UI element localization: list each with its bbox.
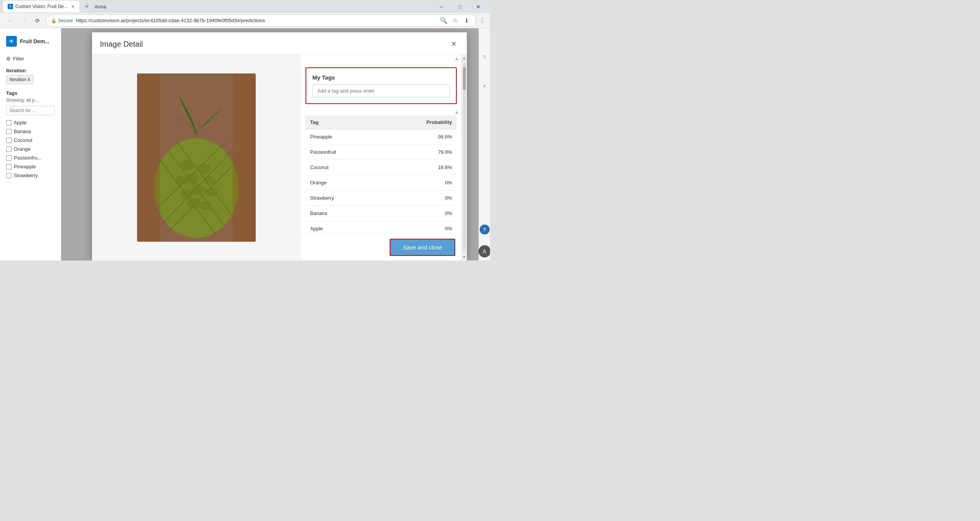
- address-icons: 🔍 ☆ ℹ: [439, 16, 471, 25]
- svg-point-12: [204, 176, 216, 185]
- tab-close-icon[interactable]: ✕: [71, 4, 75, 9]
- scrollbar-thumb[interactable]: [463, 67, 466, 90]
- probability-cell: 0%: [381, 221, 457, 234]
- help-button[interactable]: ?: [480, 225, 490, 234]
- image-detail-modal: Image Detail ✕: [92, 32, 467, 260]
- sidebar: 👁 Fruit Dem... ⚙ Filter Iteration Iterat…: [0, 28, 61, 260]
- tags-section: Tags Showing: all p... Apple Banana Coco…: [0, 87, 61, 183]
- tag-cell: Apple: [305, 221, 381, 234]
- help-bubble: ?: [480, 225, 490, 234]
- probability-cell: 0%: [381, 190, 457, 206]
- table-row: Passionfruit 79.9%: [305, 145, 457, 160]
- svg-point-14: [181, 189, 193, 199]
- predictions-table: Tag Probability Pineapple 99.6%: [305, 116, 457, 234]
- tag-checkbox-pineapple[interactable]: [6, 164, 11, 169]
- tag-cell: Strawberry: [305, 190, 381, 206]
- address-bar-container: ← → ⟳ 🔒 Secure https://customvision.ai/p…: [0, 13, 490, 28]
- reload-button[interactable]: ⟳: [32, 15, 43, 26]
- back-button[interactable]: ←: [5, 15, 15, 26]
- modal-image-area: [92, 54, 301, 260]
- svg-rect-18: [137, 73, 160, 242]
- tag-checkbox-apple[interactable]: [6, 120, 11, 125]
- my-tags-section: My Tags: [305, 67, 457, 104]
- col-header-probability: Probability: [381, 116, 457, 129]
- tag-cell: Pineapple: [305, 129, 381, 145]
- tag-cell: Banana: [305, 206, 381, 221]
- right-panel-question-icon[interactable]: ?: [483, 54, 486, 60]
- tag-checkbox-orange[interactable]: [6, 147, 11, 152]
- maximize-button[interactable]: □: [451, 0, 469, 13]
- modal-header: Image Detail ✕: [92, 33, 467, 54]
- svg-rect-19: [233, 73, 256, 242]
- probability-cell: 99.6%: [381, 129, 457, 145]
- svg-point-17: [199, 201, 211, 210]
- page-content: 👁 Fruit Dem... ⚙ Filter Iteration Iterat…: [0, 28, 490, 260]
- scrollbar-track[interactable]: [463, 63, 466, 252]
- save-close-button[interactable]: Save and close: [390, 239, 455, 256]
- tag-checkbox-strawberry[interactable]: [6, 173, 11, 178]
- tag-label-pineapple: Pineapple: [14, 164, 36, 169]
- address-bar[interactable]: 🔒 Secure https://customvision.ai/project…: [46, 15, 476, 27]
- window-controls: ─ □ ✕: [433, 0, 487, 13]
- logo-text: 👁: [9, 38, 14, 44]
- sidebar-header: 👁 Fruit Dem...: [0, 33, 61, 50]
- tag-label-banana: Banana: [14, 129, 31, 134]
- tag-item-passionfruit[interactable]: Passionfru...: [6, 153, 55, 162]
- svg-point-9: [197, 164, 211, 174]
- tag-item-strawberry[interactable]: Strawberry: [6, 171, 55, 180]
- tag-item-pineapple[interactable]: Pineapple: [6, 162, 55, 171]
- iteration-button[interactable]: Iteration 4: [6, 75, 33, 84]
- close-button[interactable]: ✕: [469, 0, 487, 13]
- table-row: Orange 0%: [305, 175, 457, 190]
- table-row: Pineapple 99.6%: [305, 129, 457, 145]
- scrollbar-up-arrow[interactable]: ▲: [461, 54, 467, 62]
- browser-chrome: 👁 Custom Vision: Fruit Dem... ✕ + Anna ─…: [0, 0, 490, 28]
- probability-cell: 0%: [381, 175, 457, 190]
- modal-close-button[interactable]: ✕: [448, 39, 459, 49]
- modal-scrollbar[interactable]: ▲ ▼: [461, 54, 467, 260]
- tag-item-banana[interactable]: Banana: [6, 127, 55, 136]
- col-header-tag: Tag: [305, 116, 381, 129]
- minimize-button[interactable]: ─: [433, 0, 450, 13]
- table-header-row: Tag Probability: [305, 116, 457, 129]
- sidebar-logo: 👁: [6, 36, 17, 47]
- sidebar-filter-button[interactable]: ⚙ Filter: [0, 53, 61, 65]
- tags-search-input[interactable]: [6, 106, 55, 115]
- svg-point-8: [180, 160, 194, 171]
- browser-tab[interactable]: 👁 Custom Vision: Fruit Dem... ✕: [3, 1, 79, 12]
- tag-label-coconut: Coconut: [14, 137, 32, 143]
- probability-cell: 0%: [381, 206, 457, 221]
- pineapple-svg: [137, 73, 256, 242]
- tag-label-passionfruit: Passionfru...: [14, 155, 41, 161]
- tag-checkbox-coconut[interactable]: [6, 138, 11, 143]
- info-icon[interactable]: ℹ: [462, 16, 471, 25]
- forward-button[interactable]: →: [18, 15, 29, 26]
- main-area: Image Detail ✕: [61, 28, 479, 260]
- modal-right-panel: ▲ My Tags ▲ Tag: [301, 54, 461, 260]
- search-icon[interactable]: 🔍: [439, 16, 448, 25]
- right-panel-expand-arrow[interactable]: >: [483, 83, 486, 89]
- iteration-section: Iteration Iteration 4: [0, 65, 61, 87]
- new-tab-button[interactable]: +: [82, 1, 92, 12]
- tag-checkbox-banana[interactable]: [6, 129, 11, 134]
- table-row: Strawberry 0%: [305, 190, 457, 206]
- tag-add-input[interactable]: [312, 85, 450, 97]
- title-bar: 👁 Custom Vision: Fruit Dem... ✕ + Anna ─…: [0, 0, 490, 13]
- scrollbar-down-arrow[interactable]: ▼: [461, 253, 467, 260]
- tag-label-apple: Apple: [14, 120, 26, 125]
- tag-item-coconut[interactable]: Coconut: [6, 136, 55, 145]
- tag-checkbox-passionfruit[interactable]: [6, 155, 11, 161]
- browser-menu-icon[interactable]: ⋮: [479, 17, 485, 24]
- tag-label-strawberry: Strawberry: [14, 173, 38, 178]
- lock-icon: 🔒: [51, 18, 57, 23]
- probability-cell: 18.6%: [381, 160, 457, 175]
- filter-icon: ⚙: [6, 56, 11, 62]
- svg-point-13: [191, 185, 205, 195]
- tag-label-orange: Orange: [14, 146, 30, 152]
- sidebar-project-title: Fruit Dem...: [20, 38, 49, 44]
- filter-label: Filter: [13, 56, 24, 62]
- tag-list: Apple Banana Coconut Orange Passionfru..…: [6, 118, 55, 180]
- tag-item-apple[interactable]: Apple: [6, 118, 55, 127]
- tag-item-orange[interactable]: Orange: [6, 145, 55, 153]
- star-icon[interactable]: ☆: [451, 16, 460, 25]
